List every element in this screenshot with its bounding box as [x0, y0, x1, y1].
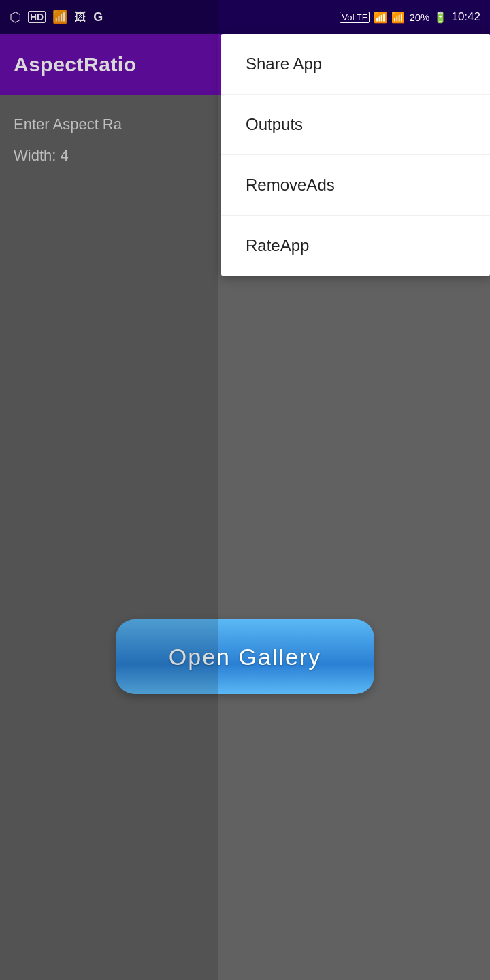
- menu-item-outputs[interactable]: Outputs: [221, 95, 490, 155]
- battery-icon: 🔋: [434, 11, 447, 24]
- time-display: 10:42: [451, 10, 480, 24]
- menu-item-remove-ads[interactable]: RemoveAds: [221, 155, 490, 216]
- dropdown-overlay[interactable]: [0, 0, 218, 980]
- menu-item-share-app[interactable]: Share App: [221, 34, 490, 95]
- status-bar-right: VoLTE 📶 📶 20% 🔋 10:42: [340, 10, 480, 24]
- dropdown-menu: Share App Outputs RemoveAds RateApp: [221, 34, 490, 276]
- battery-percentage: 20%: [409, 12, 429, 23]
- sim2-signal: 📶: [391, 11, 405, 24]
- sim1-signal: 📶: [374, 11, 387, 24]
- volte-icon: VoLTE: [340, 12, 370, 23]
- menu-item-rate-app[interactable]: RateApp: [221, 216, 490, 276]
